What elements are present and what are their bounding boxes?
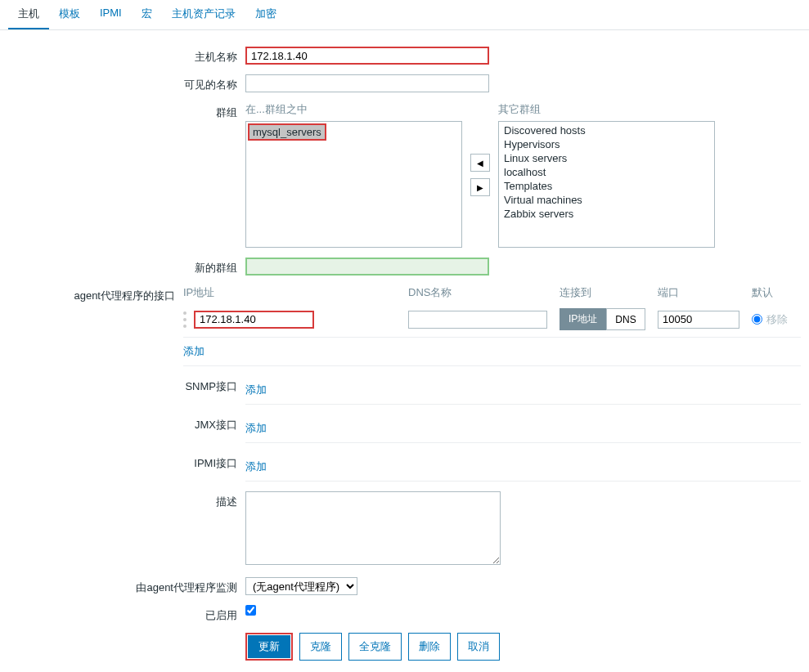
tab-encryption[interactable]: 加密 (245, 0, 286, 29)
tab-template[interactable]: 模板 (49, 0, 90, 29)
tab-ipmi[interactable]: IPMI (90, 0, 132, 29)
col-port: 端口 (658, 285, 739, 300)
move-right-button[interactable]: ▶ (470, 178, 490, 196)
full-clone-button[interactable]: 全克隆 (348, 633, 402, 661)
list-item[interactable]: Discovered hosts (501, 123, 712, 137)
enabled-checkbox[interactable] (245, 605, 256, 616)
list-item[interactable]: mysql_servers (248, 123, 326, 141)
label-other-groups: 其它群组 (498, 102, 715, 117)
col-dns: DNS名称 (408, 285, 547, 300)
add-agent-link[interactable]: 添加 (183, 338, 204, 365)
label-jmx-interface: JMX接口 (8, 414, 245, 432)
other-groups-listbox[interactable]: Discovered hosts Hypervisors Linux serve… (498, 121, 715, 248)
label-description: 描述 (8, 491, 245, 509)
label-hostname: 主机名称 (8, 47, 245, 65)
toggle-ip-button[interactable]: IP地址 (560, 308, 606, 330)
arrow-left-icon: ◀ (477, 159, 483, 168)
list-item[interactable]: Hypervisors (501, 137, 712, 151)
delete-button[interactable]: 删除 (408, 633, 451, 661)
label-enabled: 已启用 (8, 605, 245, 623)
list-item[interactable]: Linux servers (501, 151, 712, 165)
new-group-input[interactable] (245, 258, 489, 276)
arrow-right-icon: ▶ (477, 183, 483, 192)
label-in-groups: 在...群组之中 (245, 102, 462, 117)
hostname-input[interactable] (245, 47, 489, 65)
tab-inventory[interactable]: 主机资产记录 (162, 0, 245, 29)
tab-macro[interactable]: 宏 (132, 0, 162, 29)
tab-bar: 主机 模板 IPMI 宏 主机资产记录 加密 (0, 0, 809, 30)
list-item[interactable]: Templates (501, 179, 712, 193)
update-button[interactable]: 更新 (248, 635, 290, 658)
default-radio[interactable] (752, 314, 762, 325)
visible-name-input[interactable] (245, 74, 489, 92)
label-new-group: 新的群组 (8, 258, 245, 276)
add-jmx-link[interactable]: 添加 (245, 414, 267, 442)
label-visible-name: 可见的名称 (8, 74, 245, 92)
list-item[interactable]: Zabbix servers (501, 207, 712, 221)
in-groups-listbox[interactable]: mysql_servers (245, 121, 462, 248)
tab-host[interactable]: 主机 (8, 0, 49, 29)
label-monitored-by: 由agent代理程序监测 (8, 577, 245, 595)
label-agent-interface: agent代理程序的接口 (8, 285, 183, 303)
label-ipmi-interface: IPMI接口 (8, 453, 245, 471)
move-left-button[interactable]: ◀ (470, 154, 490, 172)
col-default: 默认 (752, 285, 801, 300)
toggle-dns-button[interactable]: DNS (606, 308, 645, 330)
label-groups: 群组 (8, 102, 245, 120)
col-connect: 连接到 (560, 285, 645, 300)
col-ip: IP地址 (183, 285, 396, 300)
drag-handle-icon[interactable] (183, 311, 190, 328)
agent-ip-input[interactable] (194, 311, 314, 329)
label-snmp-interface: SNMP接口 (8, 376, 245, 394)
proxy-select[interactable]: (无agent代理程序) (245, 577, 357, 595)
cancel-button[interactable]: 取消 (457, 633, 500, 661)
add-ipmi-link[interactable]: 添加 (245, 453, 267, 481)
agent-port-input[interactable] (658, 311, 739, 329)
list-item[interactable]: Virtual machines (501, 193, 712, 207)
add-snmp-link[interactable]: 添加 (245, 376, 267, 404)
description-textarea[interactable] (245, 491, 501, 565)
clone-button[interactable]: 克隆 (299, 633, 342, 661)
list-item[interactable]: localhost (501, 165, 712, 179)
remove-link: 移除 (766, 312, 788, 327)
agent-dns-input[interactable] (408, 311, 547, 329)
